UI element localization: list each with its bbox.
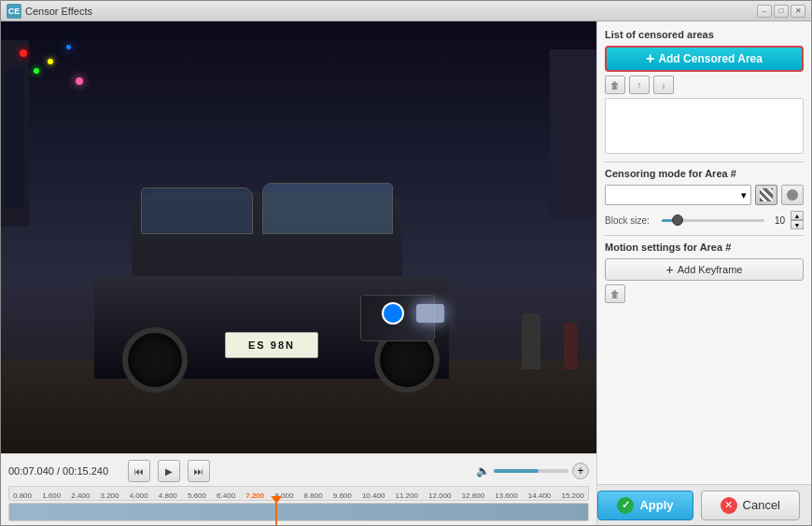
car-windshield [262,183,393,234]
censoring-mode-row: ▾ [605,185,804,205]
timeline-ruler: 0.800 1.600 2.400 3.200 4.000 4.800 5.60… [8,486,589,501]
block-size-spinner: ▲ ▼ [791,211,804,229]
x-icon: ✕ [721,497,737,514]
block-size-value: 10 [770,215,785,226]
delete-area-button[interactable]: 🗑 [605,76,625,94]
left-panel: ES 98N 00:07.040 / 00:15.240 [1,21,596,525]
tick-5: 4.800 [159,491,177,500]
window-controls: – □ ✕ [757,5,805,18]
move-up-button[interactable]: ↑ [629,76,650,94]
slider-thumb[interactable] [672,215,683,226]
divider-1 [605,161,804,162]
add-censored-area-button[interactable]: + Add Censored Area [605,46,804,72]
app-icon: CE [7,4,21,19]
tick-18: 15.200 [561,491,583,500]
cancel-button[interactable]: ✕ Cancel [701,491,800,520]
block-mode-button[interactable] [755,185,777,205]
transport-controls: 00:07.040 / 00:15.240 ⏮ ▶ ⏭ 🔈 + [8,460,589,482]
censored-areas-list [605,98,804,154]
playhead[interactable] [275,500,277,525]
minimize-button[interactable]: – [757,5,772,18]
chevron-down-icon: ▾ [741,189,747,201]
time-display: 00:07.040 / 00:15.240 [8,465,120,477]
play-button[interactable]: ▶ [158,460,180,482]
volume-icon: 🔈 [476,464,490,478]
divider-2 [605,235,804,236]
keyframe-toolbar: 🗑 [605,284,804,303]
block-size-slider[interactable] [662,214,764,227]
maximize-button[interactable]: □ [774,5,789,18]
rewind-button[interactable]: ⏮ [128,460,150,482]
car-wheel-left [122,327,188,393]
person-silhouette-2 [564,323,578,369]
volume-fill [494,469,539,473]
car: ES 98N [76,173,468,379]
check-icon: ✓ [617,497,634,514]
circle-mode-button[interactable] [781,185,804,205]
decrement-button[interactable]: ▼ [791,220,804,229]
close-button[interactable]: ✕ [791,5,805,18]
apply-label: Apply [639,498,673,512]
add-keyframe-button[interactable]: + Add Keyframe [605,258,804,281]
right-panel: List of censored areas + Add Censored Ar… [596,21,811,525]
title-bar: CE Censor Effects – □ ✕ [1,1,811,21]
tick-13: 11.200 [395,491,417,500]
tick-15: 12.800 [462,491,484,500]
neon-light-green [34,68,39,74]
add-keyframe-label: Add Keyframe [678,264,743,275]
tick-11: 9.600 [333,491,352,500]
increment-button[interactable]: ▲ [791,211,804,220]
tick-0: 0.800 [13,491,32,500]
tick-14: 12.000 [428,491,451,500]
apply-button[interactable]: ✓ Apply [597,491,693,520]
bmw-logo [382,302,404,325]
tick-1: 1.600 [42,491,61,500]
volume-area: 🔈 + [476,463,589,479]
tick-3: 3.200 [100,491,119,500]
tick-7: 6.400 [217,491,235,500]
add-area-label: Add Censored Area [658,52,763,65]
move-down-button[interactable]: ↓ [653,76,674,94]
video-area: ES 98N [1,21,596,453]
neon-light-pink [76,77,83,85]
video-preview: ES 98N [1,21,596,453]
car-rear-window [141,187,253,234]
block-pattern-icon [760,188,773,201]
bottom-bar: ✓ Apply ✕ Cancel [597,484,811,525]
volume-slider[interactable] [494,469,568,473]
building-3 [550,49,596,217]
video-background: ES 98N [1,21,596,453]
tick-10: 8.800 [304,491,323,500]
delete-keyframe-button[interactable]: 🗑 [605,284,625,303]
neon-light-red [20,49,27,57]
timeline-clip [9,504,588,520]
car-body-lower: ES 98N [94,276,449,379]
timeline-track[interactable] [8,503,589,521]
tick-12: 10.400 [362,491,385,500]
license-plate: ES 98N [225,332,318,358]
censored-areas-label: List of censored areas [605,29,804,40]
tick-2: 2.400 [71,491,90,500]
circle-pattern-icon [787,189,798,201]
tick-16: 13.600 [495,491,517,500]
forward-button[interactable]: ⏭ [188,460,210,482]
plus-icon-keyframe: + [666,262,674,277]
motion-settings-label: Motion settings for Area # [605,242,804,253]
neon-light-yellow [48,59,53,64]
car-headlight [416,304,444,323]
timeline-area: 00:07.040 / 00:15.240 ⏮ ▶ ⏭ 🔈 + [1,453,596,525]
neon-light-blue [66,45,71,49]
tick-17: 14.400 [528,491,551,500]
areas-list-toolbar: 🗑 ↑ ↓ [605,76,804,94]
censoring-mode-dropdown[interactable]: ▾ [605,185,751,205]
tick-6: 5.600 [188,491,206,500]
content-area: ES 98N 00:07.040 / 00:15.240 [1,21,811,525]
right-content: List of censored areas + Add Censored Ar… [597,21,811,484]
zoom-in-button[interactable]: + [572,463,589,479]
censoring-mode-label: Censoring mode for Area # [605,168,804,179]
window-title: Censor Effects [25,6,757,17]
tick-4: 4.000 [130,491,148,500]
motion-section: Motion settings for Area # + Add Keyfram… [605,242,804,303]
block-size-label: Block size: [605,215,656,226]
building-2 [6,68,24,208]
